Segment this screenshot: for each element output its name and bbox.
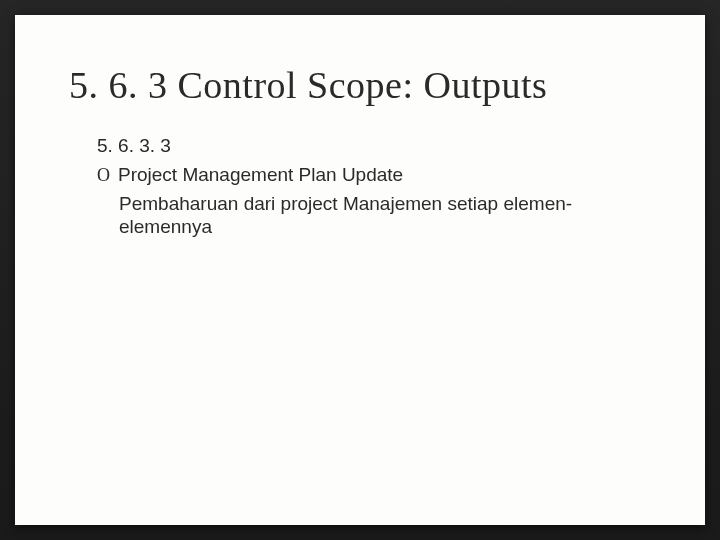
bullet-marker: O bbox=[97, 164, 110, 187]
slide-content: 5. 6. 3. 3 O Project Management Plan Upd… bbox=[69, 135, 651, 239]
slide: 5. 6. 3 Control Scope: Outputs 5. 6. 3. … bbox=[15, 15, 705, 525]
section-number: 5. 6. 3. 3 bbox=[97, 135, 651, 157]
bullet-item: O Project Management Plan Update bbox=[97, 163, 651, 188]
bullet-text: Project Management Plan Update bbox=[118, 163, 403, 188]
bullet-description: Pembaharuan dari project Manajemen setia… bbox=[97, 192, 577, 240]
slide-title: 5. 6. 3 Control Scope: Outputs bbox=[69, 63, 651, 107]
